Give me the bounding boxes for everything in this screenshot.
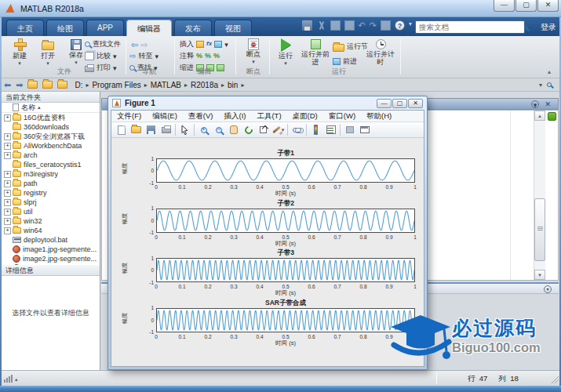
expand-icon[interactable]: + — [4, 180, 11, 187]
file-item[interactable]: +360安全浏览器下载 — [2, 132, 100, 141]
file-item[interactable]: image3.jpg-segmente... — [2, 263, 100, 265]
run-section-button[interactable]: 运行节 — [333, 42, 368, 52]
breadcrumb-segment[interactable]: Program Files — [90, 81, 142, 89]
forward-icon[interactable]: ⇨ — [140, 40, 148, 49]
comment-row[interactable]: 注释 % % % — [180, 51, 220, 61]
redo-icon[interactable]: ↷ — [370, 20, 377, 31]
breakpoints-button[interactable]: 断点▾ — [239, 38, 268, 66]
panel-menu-icon[interactable]: ▾ — [544, 285, 552, 293]
restore-icon[interactable]: ▢ — [515, 0, 537, 12]
panel-menu-icon[interactable]: ▾ — [531, 100, 539, 108]
zoom-out-icon[interactable] — [211, 123, 226, 136]
file-item[interactable]: image2.jpg-segmente... — [2, 254, 100, 263]
compare-button[interactable]: 比较 ▾ — [85, 51, 117, 61]
figure-titlebar[interactable]: Figure 1 — ▢ ✕ — [108, 96, 427, 110]
expand-icon[interactable]: + — [4, 227, 11, 234]
file-item[interactable]: +util — [2, 207, 100, 216]
file-item[interactable]: +m3iregistry — [2, 169, 100, 179]
zoom-in-icon[interactable] — [196, 123, 211, 136]
status-grip-icon[interactable]: ▴ — [4, 375, 18, 383]
ribbon-tab[interactable]: 主页 — [6, 20, 44, 36]
editor-scrollbar[interactable]: ▲ ▼ — [534, 111, 545, 280]
resize-grip-icon[interactable] — [551, 376, 559, 383]
file-item[interactable]: +path — [2, 179, 100, 188]
minimize-icon[interactable]: — — [494, 0, 515, 12]
expand-icon[interactable]: + — [4, 143, 11, 150]
new-icon[interactable] — [114, 123, 129, 136]
collapse-ribbon-icon[interactable]: ▴ — [544, 68, 555, 75]
browse-folder-icon[interactable] — [42, 81, 53, 89]
scrollbar-thumb[interactable] — [534, 198, 545, 261]
paste-icon[interactable] — [344, 20, 355, 31]
print-icon[interactable] — [158, 123, 173, 136]
find-files-button[interactable]: 查找文件 — [85, 39, 121, 49]
figure-menu-item[interactable]: 查看(V) — [183, 111, 219, 122]
address-search-icon[interactable] — [547, 82, 552, 87]
expand-icon[interactable]: + — [4, 133, 11, 140]
file-item[interactable]: +win32 — [2, 216, 100, 226]
breadcrumb-segment[interactable]: bin — [226, 81, 239, 89]
toolbar-options-icon[interactable]: ▾ — [409, 20, 412, 31]
save-icon[interactable] — [144, 123, 158, 136]
ribbon-tab[interactable]: 发布 — [174, 20, 212, 36]
window-icon[interactable] — [357, 123, 372, 136]
file-item[interactable]: +arch — [2, 151, 100, 160]
figure-menu-item[interactable]: 插入(I) — [218, 111, 251, 122]
panel-close-icon[interactable]: ✕ — [545, 100, 551, 108]
figure-menu-item[interactable]: 文件(F) — [111, 111, 147, 122]
undo-icon[interactable]: ↶ — [359, 20, 366, 31]
close-icon[interactable]: ✕ — [408, 99, 423, 108]
close-icon[interactable]: ✕ — [537, 0, 559, 12]
file-item[interactable]: +AliWorkbenchData — [2, 141, 100, 151]
help-icon[interactable]: ? — [395, 20, 405, 31]
restore-icon[interactable]: ▢ — [392, 99, 407, 108]
cut-icon[interactable] — [316, 20, 326, 31]
figure-menu-item[interactable]: 工具(T) — [251, 111, 286, 122]
colorbar-icon[interactable] — [308, 123, 323, 136]
folder-up-icon[interactable] — [27, 81, 38, 89]
rotate-icon[interactable] — [241, 123, 256, 136]
run-button[interactable]: 运行▾ — [274, 38, 297, 67]
scroll-down-icon[interactable]: ▼ — [534, 270, 545, 280]
search-icon[interactable] — [526, 25, 527, 30]
ribbon-tab[interactable]: APP — [86, 20, 124, 36]
search-input[interactable] — [416, 23, 526, 31]
file-item[interactable]: 360downloads — [2, 122, 100, 132]
figure-menu-item[interactable]: 帮助(H) — [361, 111, 397, 122]
breadcrumb-segment[interactable]: MATLAB — [149, 81, 183, 89]
desktop-icon[interactable] — [381, 20, 391, 31]
ribbon-tab[interactable]: 编辑器 — [126, 20, 172, 36]
file-item[interactable]: +16G优盘资料 — [2, 113, 100, 122]
insert-row[interactable]: 插入 fx ▾ — [180, 39, 228, 49]
back-icon[interactable]: ⬅ — [4, 80, 11, 90]
scroll-up-icon[interactable]: ▲ — [534, 111, 545, 121]
file-item[interactable]: +registry — [2, 188, 100, 198]
file-item[interactable]: +slprj — [2, 198, 100, 207]
save-icon[interactable] — [302, 20, 312, 31]
brush-icon[interactable]: ▾ — [271, 123, 286, 136]
expand-icon[interactable]: + — [4, 218, 11, 225]
open-icon[interactable] — [129, 123, 144, 136]
expand-icon[interactable]: + — [4, 114, 11, 122]
dock-icon[interactable] — [342, 123, 357, 136]
expand-icon[interactable]: + — [4, 199, 11, 206]
cursor-icon[interactable] — [177, 123, 192, 136]
file-item[interactable]: files_ceratocystis1 — [2, 160, 100, 169]
run-time-button[interactable]: 运行并计时 — [366, 38, 395, 66]
file-item[interactable]: deploytool.bat — [2, 235, 100, 245]
expand-icon[interactable]: + — [4, 152, 11, 159]
figure-menu-item[interactable]: 窗口(W) — [323, 111, 361, 122]
legend-icon[interactable] — [323, 123, 338, 136]
pan-icon[interactable] — [226, 123, 241, 136]
link-plots-icon[interactable] — [290, 123, 304, 136]
file-item[interactable]: image1.jpg-segmente... — [2, 245, 100, 254]
code-analyzer-indicator[interactable] — [548, 112, 556, 121]
login-button[interactable]: 登录 — [541, 22, 556, 33]
name-column-header[interactable]: 名称 ▴ — [2, 103, 100, 113]
expand-icon[interactable]: + — [4, 190, 11, 197]
figure-menu-item[interactable]: 编辑(E) — [147, 111, 183, 122]
new-script-button[interactable]: 新建▾ — [6, 38, 33, 67]
breadcrumb-segment[interactable]: R2018a — [189, 81, 220, 89]
data-cursor-icon[interactable] — [256, 123, 271, 136]
breadcrumb-segment[interactable]: D: — [73, 81, 84, 89]
